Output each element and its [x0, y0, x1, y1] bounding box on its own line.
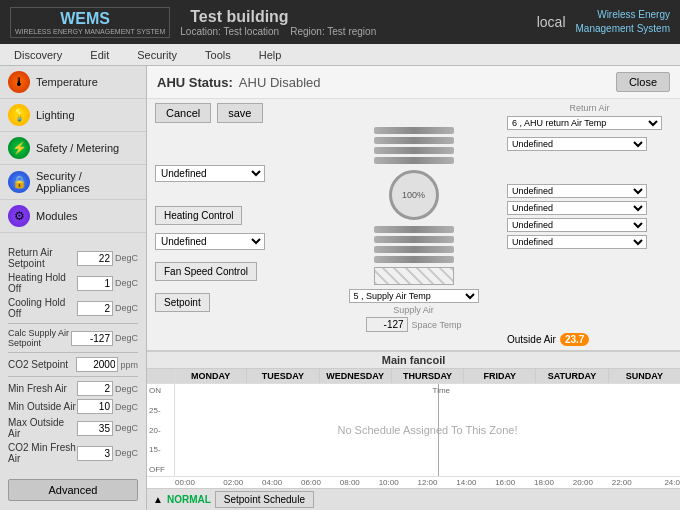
sidebar-item-security[interactable]: 🔒 Security / Appliances	[0, 165, 146, 200]
param-min-outside: Min Outside Air DegC	[8, 399, 138, 414]
nav-help[interactable]: Help	[255, 47, 286, 63]
min-fresh-label: Min Fresh Air	[8, 383, 77, 394]
local-indicator: local	[537, 14, 566, 30]
hatch-area	[374, 267, 454, 285]
param-calc-supply: Calc Supply Air Setpoint DegC	[8, 328, 138, 348]
time-2200: 22:00	[602, 477, 641, 488]
nav-up-arrow[interactable]: ▲	[153, 494, 163, 505]
sidebar-item-temperature[interactable]: 🌡 Temperature	[0, 66, 146, 99]
sidebar-item-modules[interactable]: ⚙ Modules	[0, 200, 146, 233]
y-label-on: ON	[149, 386, 172, 395]
left-undefined-select[interactable]: Undefined	[155, 165, 265, 182]
param-cooling-hold: Cooling Hold Off DegC	[8, 297, 138, 319]
time-1400: 14:00	[447, 477, 486, 488]
sidebar: 🌡 Temperature 💡 Lighting ⚡ Safety / Mete…	[0, 66, 147, 510]
ahu-status-value: AHU Disabled	[239, 75, 321, 90]
day-thursday: THURSDAY	[392, 369, 464, 383]
fan-diagram: 100%	[389, 170, 439, 220]
modules-icon: ⚙	[8, 205, 30, 227]
return-air-label: Return Air Setpoint	[8, 247, 77, 269]
location-value: Test location	[223, 26, 279, 37]
navbar: Discovery Edit Security Tools Help	[0, 44, 680, 66]
outside-air-label: Outside Air	[507, 334, 556, 345]
region-label: Region:	[290, 26, 324, 37]
sidebar-divider2	[8, 323, 138, 324]
space-temp-input[interactable]	[366, 317, 408, 332]
right-undefined5-select[interactable]: Undefined	[507, 235, 647, 249]
right-undefined2-select[interactable]: Undefined	[507, 184, 647, 198]
wems-branding: Wireless Energy Management System	[576, 8, 671, 36]
min-fresh-input[interactable]	[77, 381, 113, 396]
time-0600: 06:00	[292, 477, 331, 488]
safety-icon: ⚡	[8, 137, 30, 159]
co2-unit: ppm	[120, 360, 138, 370]
vane2	[374, 137, 454, 144]
center-undefined-select[interactable]: Undefined	[155, 233, 265, 250]
y-label-off: OFF	[149, 465, 172, 474]
supply-air-label: Supply Air	[393, 305, 434, 315]
cancel-button[interactable]: Cancel	[155, 103, 211, 123]
fan-speed-wrapper: Fan Speed Control	[155, 262, 320, 285]
nav-edit[interactable]: Edit	[86, 47, 113, 63]
time-2000: 20:00	[563, 477, 602, 488]
return-air-select[interactable]: 6 , AHU return Air Temp	[507, 116, 662, 130]
co2-setpoint-input[interactable]	[76, 357, 118, 372]
sidebar-divider3	[8, 352, 138, 353]
setpoint-button[interactable]: Setpoint	[155, 293, 210, 312]
right-undefined-group: Undefined Undefined Undefined Undefined	[507, 184, 672, 249]
time-marker	[438, 384, 439, 476]
time-1000: 10:00	[369, 477, 408, 488]
calc-supply-label: Calc Supply Air Setpoint	[8, 328, 71, 348]
return-air-setpoint-input[interactable]	[77, 251, 113, 266]
param-co2-setpoint: CO2 Setpoint ppm	[8, 357, 138, 372]
right-undefined4-select[interactable]: Undefined	[507, 218, 647, 232]
setpoint-wrapper: Setpoint	[155, 293, 320, 312]
param-co2-fresh: CO2 Min Fresh Air DegC	[8, 442, 138, 464]
min-outside-input[interactable]	[77, 399, 113, 414]
sidebar-item-safety[interactable]: ⚡ Safety / Metering	[0, 132, 146, 165]
nav-discovery[interactable]: Discovery	[10, 47, 66, 63]
sidebar-divider4	[8, 376, 138, 377]
sidebar-label-lighting: Lighting	[36, 109, 75, 121]
heating-hold-input[interactable]	[77, 276, 113, 291]
right-undefined1-select[interactable]: Undefined	[507, 137, 647, 151]
cooling-hold-input[interactable]	[77, 301, 113, 316]
y-label-15: 15-	[149, 445, 172, 454]
schedule-footer: ▲ NORMAL Setpoint Schedule	[147, 488, 680, 510]
top-vanes	[374, 127, 454, 164]
nav-tools[interactable]: Tools	[201, 47, 235, 63]
time-1600: 16:00	[486, 477, 525, 488]
close-button[interactable]: Close	[616, 72, 670, 92]
max-outside-unit: DegC	[115, 423, 138, 433]
supply-air-row: 5 , Supply Air Temp	[349, 289, 479, 303]
param-return-air-setpoint: Return Air Setpoint DegC	[8, 247, 138, 269]
save-button[interactable]: save	[217, 103, 262, 123]
advanced-button[interactable]: Advanced	[8, 479, 138, 501]
time-corner	[147, 477, 175, 488]
nav-security[interactable]: Security	[133, 47, 181, 63]
center-select-wrapper: Undefined	[155, 233, 320, 250]
calc-supply-unit: DegC	[115, 333, 138, 343]
sidebar-item-lighting[interactable]: 💡 Lighting	[0, 99, 146, 132]
cooling-hold-label: Cooling Hold Off	[8, 297, 77, 319]
co2-fresh-input[interactable]	[77, 446, 113, 461]
schedule-grid-wrapper: MONDAY TUESDAY WEDNESDAY THURSDAY FRIDAY…	[147, 369, 680, 488]
fancoil-title: Main fancoil	[153, 354, 674, 366]
time-0000: 00:00	[175, 477, 214, 488]
supply-air-select[interactable]: 5 , Supply Air Temp	[349, 289, 479, 303]
calc-supply-input[interactable]	[71, 331, 113, 346]
setpoint-schedule-button[interactable]: Setpoint Schedule	[215, 491, 314, 508]
sidebar-label-safety: Safety / Metering	[36, 142, 119, 154]
day-tuesday: TUESDAY	[247, 369, 319, 383]
right-undefined3-select[interactable]: Undefined	[507, 201, 647, 215]
schedule-section: Main fancoil MONDAY TUESDAY WEDNESDAY TH…	[147, 350, 680, 510]
fan-speed-button[interactable]: Fan Speed Control	[155, 262, 257, 281]
max-outside-input[interactable]	[77, 421, 113, 436]
heating-btn-wrapper: Heating Control	[155, 206, 320, 229]
time-0200: 02:00	[214, 477, 253, 488]
heating-control-button[interactable]: Heating Control	[155, 206, 242, 225]
sidebar-label-security: Security / Appliances	[36, 170, 138, 194]
left-select-wrapper: Undefined	[155, 165, 320, 182]
max-outside-label: Max Outside Air	[8, 417, 77, 439]
day-saturday: SATURDAY	[536, 369, 608, 383]
